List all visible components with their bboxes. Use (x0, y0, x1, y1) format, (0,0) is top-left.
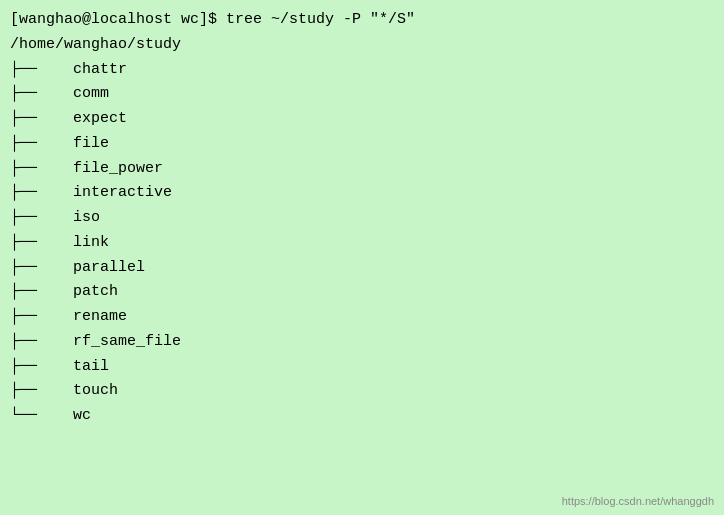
list-item: ├── expect (10, 107, 714, 132)
list-item: ├── comm (10, 82, 714, 107)
list-item: ├── tail (10, 355, 714, 380)
list-item: ├── patch (10, 280, 714, 305)
list-item: ├── interactive (10, 181, 714, 206)
list-item: ├── rf_same_file (10, 330, 714, 355)
list-item: ├── rename (10, 305, 714, 330)
list-item: ├── file_power (10, 157, 714, 182)
entries-container: ├── chattr├── comm├── expect├── file├── … (10, 58, 714, 429)
list-item: ├── parallel (10, 256, 714, 281)
watermark: https://blog.csdn.net/whanggdh (562, 495, 714, 507)
list-item: ├── file (10, 132, 714, 157)
list-item: ├── link (10, 231, 714, 256)
root-path: /home/wanghao/study (10, 33, 714, 58)
list-item: ├── touch (10, 379, 714, 404)
list-item: ├── iso (10, 206, 714, 231)
terminal-window: [wanghao@localhost wc]$ tree ~/study -P … (0, 0, 724, 515)
list-item: ├── chattr (10, 58, 714, 83)
prompt-line: [wanghao@localhost wc]$ tree ~/study -P … (10, 8, 714, 33)
list-item: └── wc (10, 404, 714, 429)
